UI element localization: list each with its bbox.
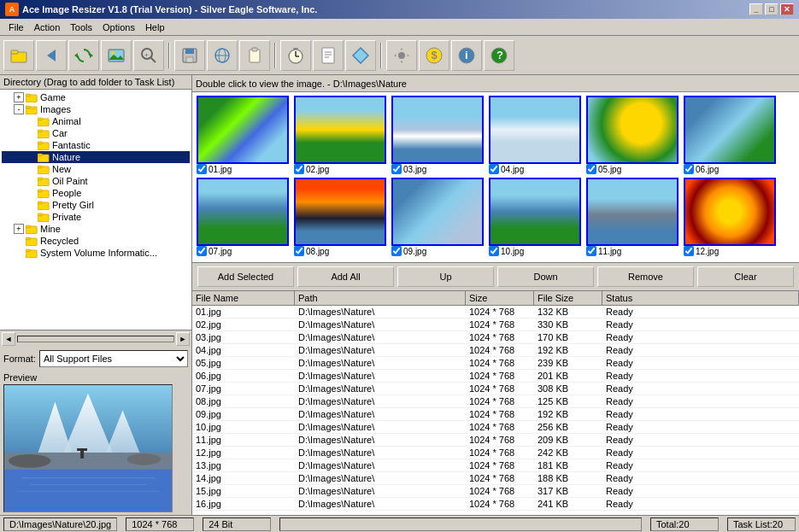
toolbar-zoom[interactable]: +: [133, 40, 164, 71]
thumbnail-6[interactable]: 06.jpg: [683, 96, 777, 174]
tree-item-private[interactable]: Private: [2, 211, 190, 223]
thumb-image-3[interactable]: [391, 96, 484, 164]
tree-item-oilpaint[interactable]: Oil Paint: [2, 175, 190, 187]
toolbar-refresh[interactable]: [68, 40, 99, 71]
thumb-check-12[interactable]: [684, 246, 694, 256]
thumb-check-6[interactable]: [684, 164, 694, 174]
format-select[interactable]: All Support Files JPEG PNG BMP GIF: [39, 350, 188, 367]
file-row-1[interactable]: 01.jpg D:\Images\Nature\ 1024 * 768 132 …: [192, 306, 799, 319]
add-selected-button[interactable]: Add Selected: [197, 266, 294, 287]
col-header-path[interactable]: Path: [295, 291, 466, 305]
col-header-size[interactable]: Size: [466, 291, 534, 305]
clear-button[interactable]: Clear: [697, 266, 794, 287]
file-row-16[interactable]: 16.jpg D:\Images\Nature\ 1024 * 768 241 …: [192, 498, 799, 511]
thumbnail-5[interactable]: 05.jpg: [585, 96, 679, 174]
tree-item-car[interactable]: Car: [2, 127, 190, 139]
thumb-image-8[interactable]: [294, 178, 386, 246]
col-header-filesize[interactable]: File Size: [534, 291, 602, 305]
scroll-right-btn[interactable]: ►: [176, 332, 190, 346]
toolbar-image[interactable]: [101, 40, 132, 71]
thumbnail-8[interactable]: 08.jpg: [293, 178, 387, 256]
tree-expand-images[interactable]: -: [14, 104, 24, 114]
thumb-image-5[interactable]: [586, 96, 679, 164]
menu-options[interactable]: Options: [97, 20, 140, 34]
file-row-11[interactable]: 11.jpg D:\Images\Nature\ 1024 * 768 209 …: [192, 434, 799, 447]
add-all-button[interactable]: Add All: [297, 266, 394, 287]
file-row-9[interactable]: 09.jpg D:\Images\Nature\ 1024 * 768 192 …: [192, 408, 799, 421]
thumb-image-7[interactable]: [197, 178, 289, 246]
remove-button[interactable]: Remove: [597, 266, 694, 287]
toolbar-open-folder[interactable]: [3, 40, 34, 71]
file-row-12[interactable]: 12.jpg D:\Images\Nature\ 1024 * 768 242 …: [192, 447, 799, 459]
thumb-image-6[interactable]: [684, 96, 776, 164]
file-row-2[interactable]: 02.jpg D:\Images\Nature\ 1024 * 768 330 …: [192, 319, 799, 331]
file-row-7[interactable]: 07.jpg D:\Images\Nature\ 1024 * 768 308 …: [192, 383, 799, 395]
thumbnail-9[interactable]: 09.jpg: [391, 178, 485, 256]
thumbnail-12[interactable]: 12.jpg: [683, 178, 777, 256]
thumb-check-7[interactable]: [197, 246, 207, 256]
tree-item-fantastic[interactable]: Fantastic: [2, 139, 190, 151]
thumbnail-1[interactable]: 01.jpg: [196, 96, 290, 174]
tree-item-animal[interactable]: Animal: [2, 115, 190, 127]
tree-item-images[interactable]: - Images: [2, 103, 190, 115]
tree-container[interactable]: + Game- Images Animal Car Fantastic Natu…: [0, 90, 191, 330]
toolbar-web[interactable]: [207, 40, 238, 71]
thumb-image-1[interactable]: [197, 96, 289, 164]
thumb-check-5[interactable]: [586, 164, 596, 174]
toolbar-diamond[interactable]: [345, 40, 376, 71]
thumb-image-10[interactable]: [489, 178, 581, 246]
thumb-image-2[interactable]: [294, 96, 386, 164]
down-button[interactable]: Down: [497, 266, 594, 287]
tree-expand-mine[interactable]: +: [14, 224, 24, 234]
thumb-check-8[interactable]: [294, 246, 304, 256]
thumb-check-4[interactable]: [489, 164, 499, 174]
thumb-image-11[interactable]: [586, 178, 679, 246]
toolbar-dollar[interactable]: $: [419, 40, 449, 71]
toolbar-help[interactable]: ?: [484, 40, 514, 71]
file-row-10[interactable]: 10.jpg D:\Images\Nature\ 1024 * 768 256 …: [192, 421, 799, 434]
file-row-15[interactable]: 15.jpg D:\Images\Nature\ 1024 * 768 317 …: [192, 485, 799, 498]
thumbnail-area[interactable]: 01.jpg 02.jpg 03.jpg 04.jpg 05.jpg 06.jp…: [192, 92, 799, 263]
thumb-check-2[interactable]: [294, 164, 304, 174]
thumb-check-11[interactable]: [586, 246, 596, 256]
file-row-13[interactable]: 13.jpg D:\Images\Nature\ 1024 * 768 181 …: [192, 459, 799, 472]
thumbnail-10[interactable]: 10.jpg: [488, 178, 582, 256]
tree-item-people[interactable]: People: [2, 187, 190, 199]
toolbar-back[interactable]: [36, 40, 67, 71]
menu-action[interactable]: Action: [29, 20, 66, 34]
menu-help[interactable]: Help: [140, 20, 170, 34]
minimize-button[interactable]: _: [749, 3, 763, 15]
tree-expand-game[interactable]: +: [14, 92, 24, 102]
file-row-8[interactable]: 08.jpg D:\Images\Nature\ 1024 * 768 125 …: [192, 395, 799, 408]
thumb-check-10[interactable]: [489, 246, 499, 256]
tree-item-mine[interactable]: + Mine: [2, 223, 190, 235]
file-row-5[interactable]: 05.jpg D:\Images\Nature\ 1024 * 768 239 …: [192, 357, 799, 370]
thumb-check-3[interactable]: [391, 164, 402, 174]
thumbnail-2[interactable]: 02.jpg: [293, 96, 387, 174]
tree-item-nature[interactable]: Nature: [2, 151, 190, 163]
file-list-body[interactable]: 01.jpg D:\Images\Nature\ 1024 * 768 132 …: [192, 306, 799, 515]
thumbnail-3[interactable]: 03.jpg: [391, 96, 485, 174]
menu-file[interactable]: File: [3, 20, 29, 34]
file-row-4[interactable]: 04.jpg D:\Images\Nature\ 1024 * 768 192 …: [192, 344, 799, 357]
tree-item-new[interactable]: New: [2, 163, 190, 175]
toolbar-timer[interactable]: [280, 40, 311, 71]
thumb-check-9[interactable]: [391, 246, 402, 256]
thumb-image-4[interactable]: [489, 96, 581, 164]
toolbar-settings[interactable]: [386, 40, 417, 71]
thumbnail-4[interactable]: 04.jpg: [488, 96, 582, 174]
maximize-button[interactable]: □: [765, 3, 778, 15]
toolbar-save[interactable]: [174, 40, 205, 71]
thumb-image-9[interactable]: [391, 178, 484, 246]
toolbar-clipboard[interactable]: [239, 40, 270, 71]
col-header-filename[interactable]: File Name: [192, 291, 295, 305]
tree-item-game[interactable]: + Game: [2, 91, 190, 103]
toolbar-document[interactable]: [313, 40, 344, 71]
tree-item-recycled[interactable]: Recycled: [2, 235, 190, 247]
thumbnail-11[interactable]: 11.jpg: [585, 178, 679, 256]
close-button[interactable]: ✕: [780, 3, 794, 15]
up-button[interactable]: Up: [397, 266, 494, 287]
toolbar-info[interactable]: i: [451, 40, 482, 71]
scroll-left-btn[interactable]: ◄: [2, 332, 15, 346]
thumbnail-7[interactable]: 07.jpg: [196, 178, 290, 256]
